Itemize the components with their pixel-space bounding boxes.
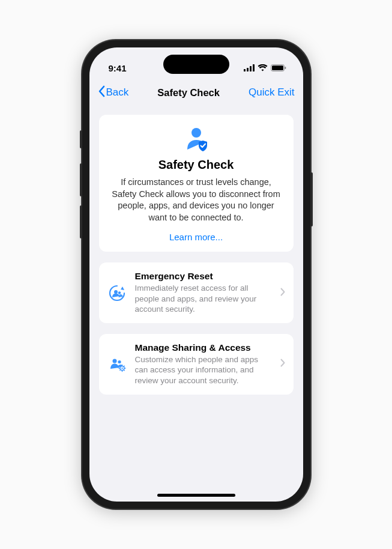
battery-icon	[271, 63, 286, 73]
svg-point-13	[121, 368, 122, 369]
svg-rect-0	[244, 69, 246, 71]
status-right	[244, 63, 286, 73]
volume-up-button	[80, 163, 82, 196]
phone-frame: 9:41 Back Safety Check Qu	[82, 40, 310, 509]
safety-check-icon	[110, 126, 283, 152]
svg-point-9	[118, 291, 120, 294]
intro-title: Safety Check	[110, 158, 283, 172]
chevron-left-icon	[98, 85, 105, 100]
svg-rect-6	[285, 67, 286, 69]
power-button	[310, 172, 313, 226]
svg-rect-2	[250, 66, 252, 71]
svg-point-10	[112, 359, 116, 363]
back-label: Back	[106, 86, 129, 99]
emergency-reset-title: Emergency Reset	[135, 271, 272, 282]
svg-point-11	[118, 360, 121, 363]
emergency-reset-row[interactable]: Emergency Reset Immediately reset access…	[99, 262, 294, 323]
mute-switch	[80, 130, 82, 148]
home-indicator[interactable]	[157, 494, 235, 497]
status-time: 9:41	[109, 63, 127, 73]
volume-down-button	[80, 205, 82, 238]
manage-sharing-title: Manage Sharing & Access	[135, 342, 272, 353]
svg-rect-3	[253, 64, 255, 71]
emergency-reset-description: Immediately reset access for all people …	[135, 283, 272, 315]
intro-description: If circumstances or trust levels change,…	[110, 177, 283, 223]
manage-sharing-description: Customize which people and apps can acce…	[135, 354, 272, 386]
svg-point-8	[114, 290, 118, 294]
cellular-icon	[244, 63, 255, 73]
emergency-reset-icon	[107, 284, 127, 302]
page-title: Safety Check	[157, 87, 220, 99]
intro-card: Safety Check If circumstances or trust l…	[99, 115, 294, 252]
chevron-right-icon	[280, 359, 285, 369]
wifi-icon	[258, 63, 268, 73]
svg-point-7	[191, 128, 201, 138]
manage-sharing-text: Manage Sharing & Access Customize which …	[135, 342, 272, 386]
screen: 9:41 Back Safety Check Qu	[89, 47, 303, 502]
back-button[interactable]: Back	[98, 85, 129, 100]
svg-rect-1	[247, 68, 249, 71]
learn-more-link[interactable]: Learn more...	[110, 232, 283, 242]
emergency-reset-text: Emergency Reset Immediately reset access…	[135, 271, 272, 315]
nav-bar: Back Safety Check Quick Exit	[89, 80, 303, 105]
quick-exit-button[interactable]: Quick Exit	[249, 86, 295, 99]
chevron-right-icon	[280, 288, 285, 299]
content: Safety Check If circumstances or trust l…	[89, 105, 303, 502]
manage-sharing-row[interactable]: Manage Sharing & Access Customize which …	[99, 334, 294, 395]
manage-sharing-icon	[107, 355, 127, 373]
svg-rect-5	[272, 65, 283, 70]
dynamic-island	[163, 55, 229, 74]
